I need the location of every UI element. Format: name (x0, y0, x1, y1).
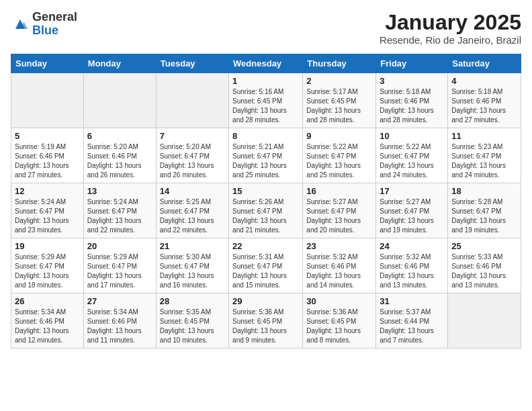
logo-icon (11, 15, 30, 34)
day-number: 28 (160, 296, 225, 306)
calendar-cell: 18Sunrise: 5:28 AMSunset: 6:47 PMDayligh… (448, 183, 521, 238)
calendar-cell (11, 73, 84, 128)
day-info: Sunrise: 5:27 AMSunset: 6:47 PMDaylight:… (380, 197, 444, 235)
day-info: Sunrise: 5:19 AMSunset: 6:46 PMDaylight:… (15, 142, 80, 180)
logo-general: General (32, 11, 77, 24)
calendar-week-row: 19Sunrise: 5:29 AMSunset: 6:47 PMDayligh… (11, 238, 521, 293)
day-number: 7 (160, 131, 225, 141)
calendar-cell: 23Sunrise: 5:32 AMSunset: 6:46 PMDayligh… (303, 238, 376, 293)
weekday-header: Monday (83, 54, 156, 73)
day-number: 6 (87, 131, 152, 141)
calendar-cell: 22Sunrise: 5:31 AMSunset: 6:47 PMDayligh… (229, 238, 303, 293)
day-number: 23 (306, 241, 372, 251)
day-number: 10 (380, 131, 444, 141)
calendar-cell: 29Sunrise: 5:36 AMSunset: 6:45 PMDayligh… (229, 293, 303, 349)
day-info: Sunrise: 5:18 AMSunset: 6:46 PMDaylight:… (451, 87, 517, 125)
calendar-cell: 28Sunrise: 5:35 AMSunset: 6:45 PMDayligh… (156, 293, 228, 349)
day-number: 13 (87, 186, 152, 196)
calendar-cell: 27Sunrise: 5:34 AMSunset: 6:46 PMDayligh… (83, 293, 156, 349)
day-number: 2 (306, 76, 372, 86)
day-number: 29 (232, 296, 299, 306)
calendar-cell: 8Sunrise: 5:21 AMSunset: 6:47 PMDaylight… (229, 128, 303, 183)
day-number: 16 (306, 186, 372, 196)
calendar-cell: 30Sunrise: 5:36 AMSunset: 6:45 PMDayligh… (303, 293, 376, 349)
day-info: Sunrise: 5:17 AMSunset: 6:45 PMDaylight:… (306, 87, 372, 125)
calendar-cell: 4Sunrise: 5:18 AMSunset: 6:46 PMDaylight… (448, 73, 521, 128)
day-info: Sunrise: 5:30 AMSunset: 6:47 PMDaylight:… (160, 253, 225, 290)
day-info: Sunrise: 5:23 AMSunset: 6:47 PMDaylight:… (451, 142, 517, 180)
day-number: 5 (15, 131, 80, 141)
day-info: Sunrise: 5:32 AMSunset: 6:46 PMDaylight:… (380, 253, 444, 290)
page-header: General Blue January 2025 Resende, Rio d… (11, 11, 521, 46)
title-block: January 2025 Resende, Rio de Janeiro, Br… (380, 11, 521, 46)
day-info: Sunrise: 5:31 AMSunset: 6:47 PMDaylight:… (232, 253, 299, 290)
day-number: 3 (380, 76, 444, 86)
calendar-cell: 16Sunrise: 5:27 AMSunset: 6:47 PMDayligh… (303, 183, 376, 238)
location-subtitle: Resende, Rio de Janeiro, Brazil (380, 34, 521, 46)
calendar-cell: 25Sunrise: 5:33 AMSunset: 6:46 PMDayligh… (448, 238, 521, 293)
day-info: Sunrise: 5:21 AMSunset: 6:47 PMDaylight:… (232, 142, 299, 180)
calendar-cell: 21Sunrise: 5:30 AMSunset: 6:47 PMDayligh… (156, 238, 228, 293)
day-number: 21 (160, 241, 225, 251)
day-info: Sunrise: 5:36 AMSunset: 6:45 PMDaylight:… (306, 308, 372, 345)
calendar-cell (83, 73, 156, 128)
calendar-cell: 31Sunrise: 5:37 AMSunset: 6:44 PMDayligh… (376, 293, 448, 349)
day-info: Sunrise: 5:18 AMSunset: 6:46 PMDaylight:… (380, 87, 444, 125)
day-info: Sunrise: 5:34 AMSunset: 6:46 PMDaylight:… (15, 308, 80, 345)
weekday-header: Friday (376, 54, 448, 73)
weekday-header: Sunday (11, 54, 84, 73)
day-number: 31 (380, 296, 444, 306)
calendar-week-row: 12Sunrise: 5:24 AMSunset: 6:47 PMDayligh… (11, 183, 521, 238)
day-info: Sunrise: 5:20 AMSunset: 6:47 PMDaylight:… (160, 142, 225, 180)
calendar-cell: 26Sunrise: 5:34 AMSunset: 6:46 PMDayligh… (11, 293, 84, 349)
weekday-header: Wednesday (229, 54, 303, 73)
day-info: Sunrise: 5:33 AMSunset: 6:46 PMDaylight:… (451, 253, 517, 290)
calendar-cell: 19Sunrise: 5:29 AMSunset: 6:47 PMDayligh… (11, 238, 84, 293)
logo-text: General Blue (32, 11, 77, 38)
calendar-cell: 20Sunrise: 5:29 AMSunset: 6:47 PMDayligh… (83, 238, 156, 293)
day-info: Sunrise: 5:22 AMSunset: 6:47 PMDaylight:… (306, 142, 372, 180)
day-number: 1 (232, 76, 299, 86)
day-info: Sunrise: 5:37 AMSunset: 6:44 PMDaylight:… (380, 308, 444, 345)
day-info: Sunrise: 5:29 AMSunset: 6:47 PMDaylight:… (15, 253, 80, 290)
day-number: 8 (232, 131, 299, 141)
day-info: Sunrise: 5:29 AMSunset: 6:47 PMDaylight:… (87, 253, 152, 290)
day-info: Sunrise: 5:16 AMSunset: 6:45 PMDaylight:… (232, 87, 299, 125)
day-info: Sunrise: 5:27 AMSunset: 6:47 PMDaylight:… (306, 197, 372, 235)
calendar-header-row: SundayMondayTuesdayWednesdayThursdayFrid… (11, 54, 521, 73)
day-number: 12 (15, 186, 80, 196)
weekday-header: Saturday (448, 54, 521, 73)
day-number: 27 (87, 296, 152, 306)
day-number: 25 (451, 241, 517, 251)
weekday-header: Thursday (303, 54, 376, 73)
day-number: 24 (380, 241, 444, 251)
day-number: 22 (232, 241, 299, 251)
calendar-week-row: 1Sunrise: 5:16 AMSunset: 6:45 PMDaylight… (11, 73, 521, 128)
calendar-table: SundayMondayTuesdayWednesdayThursdayFrid… (11, 54, 521, 349)
calendar-cell: 15Sunrise: 5:26 AMSunset: 6:47 PMDayligh… (229, 183, 303, 238)
calendar-cell: 11Sunrise: 5:23 AMSunset: 6:47 PMDayligh… (448, 128, 521, 183)
day-info: Sunrise: 5:24 AMSunset: 6:47 PMDaylight:… (87, 197, 152, 235)
weekday-header: Tuesday (156, 54, 228, 73)
day-info: Sunrise: 5:32 AMSunset: 6:46 PMDaylight:… (306, 253, 372, 290)
calendar-cell: 17Sunrise: 5:27 AMSunset: 6:47 PMDayligh… (376, 183, 448, 238)
calendar-cell: 12Sunrise: 5:24 AMSunset: 6:47 PMDayligh… (11, 183, 84, 238)
calendar-cell: 10Sunrise: 5:22 AMSunset: 6:47 PMDayligh… (376, 128, 448, 183)
calendar-cell: 1Sunrise: 5:16 AMSunset: 6:45 PMDaylight… (229, 73, 303, 128)
day-info: Sunrise: 5:25 AMSunset: 6:47 PMDaylight:… (160, 197, 225, 235)
calendar-cell: 5Sunrise: 5:19 AMSunset: 6:46 PMDaylight… (11, 128, 84, 183)
calendar-cell (156, 73, 228, 128)
calendar-cell: 24Sunrise: 5:32 AMSunset: 6:46 PMDayligh… (376, 238, 448, 293)
calendar-cell (448, 293, 521, 349)
day-number: 30 (306, 296, 372, 306)
day-number: 9 (306, 131, 372, 141)
logo-blue: Blue (32, 24, 77, 38)
day-info: Sunrise: 5:26 AMSunset: 6:47 PMDaylight:… (232, 197, 299, 235)
day-number: 18 (451, 186, 517, 196)
calendar-week-row: 26Sunrise: 5:34 AMSunset: 6:46 PMDayligh… (11, 293, 521, 349)
calendar-cell: 7Sunrise: 5:20 AMSunset: 6:47 PMDaylight… (156, 128, 228, 183)
logo: General Blue (11, 11, 77, 38)
calendar-cell: 2Sunrise: 5:17 AMSunset: 6:45 PMDaylight… (303, 73, 376, 128)
calendar-cell: 6Sunrise: 5:20 AMSunset: 6:46 PMDaylight… (83, 128, 156, 183)
calendar-week-row: 5Sunrise: 5:19 AMSunset: 6:46 PMDaylight… (11, 128, 521, 183)
